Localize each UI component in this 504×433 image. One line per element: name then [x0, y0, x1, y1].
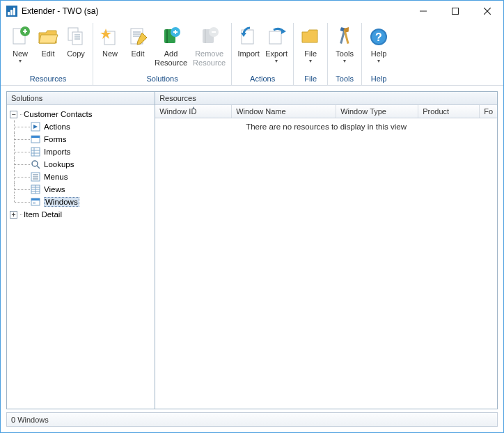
svg-rect-2: [10, 10, 13, 15]
solutions-add-resource-button[interactable]: Add Resource: [152, 24, 190, 68]
ribbon-group-label: Tools: [331, 74, 359, 85]
column-window-type[interactable]: Window Type: [336, 105, 418, 118]
maximize-button[interactable]: [439, 1, 471, 22]
tree-label: Lookups: [44, 160, 74, 168]
tree-label: Forms: [44, 135, 67, 143]
resources-copy-button[interactable]: Copy: [62, 24, 90, 60]
splitter: Solutions − Customer Contacts Actions: [6, 91, 498, 409]
import-button[interactable]: Import: [235, 24, 262, 60]
close-button[interactable]: [471, 1, 503, 22]
svg-rect-68: [31, 198, 40, 200]
tree-label: Imports: [44, 148, 70, 156]
app-window: Extender - TWO (sa) New ▾: [0, 0, 504, 433]
tree-node-menus[interactable]: Menus: [8, 171, 153, 183]
new-star-icon: [99, 26, 121, 48]
resources-new-button[interactable]: New ▾: [6, 24, 34, 65]
tree-label: Menus: [44, 173, 68, 181]
copy-icon: [65, 26, 87, 48]
grid-body: There are no resources to display in thi…: [155, 118, 497, 409]
tree-label: Item Detail: [24, 210, 62, 219]
add-resource-icon: [160, 26, 182, 48]
titlebar: Extender - TWO (sa): [1, 1, 503, 22]
svg-line-57: [37, 166, 40, 168]
svg-rect-33: [205, 29, 206, 43]
solutions-remove-resource-button[interactable]: Remove Resource: [190, 24, 228, 68]
tree-node-imports[interactable]: Imports: [8, 145, 153, 158]
body: Solutions − Customer Contacts Actions: [1, 86, 503, 432]
edit-pencil-icon: [127, 26, 149, 48]
status-text: 0 Windows: [11, 416, 49, 424]
tree-node-actions[interactable]: Actions: [8, 120, 153, 133]
tree-node-forms[interactable]: Forms: [8, 133, 153, 145]
new-document-icon: [9, 26, 31, 48]
ribbon: New ▾ Edit Copy Resources: [1, 22, 503, 86]
svg-rect-12: [24, 29, 26, 33]
svg-marker-14: [39, 35, 58, 43]
svg-marker-40: [302, 30, 317, 42]
ribbon-group-tools: Tools ▾ Tools: [328, 23, 362, 85]
solutions-header: Solutions: [7, 92, 155, 105]
ribbon-group-label: Actions: [235, 74, 290, 85]
tools-icon: [333, 26, 356, 48]
file-menu-button[interactable]: File ▾: [297, 24, 324, 65]
tree-label: Customer Contacts: [24, 110, 92, 118]
grid-header: ▴ Window ID Window Name Window Type Prod…: [155, 105, 497, 118]
tree-label: Views: [44, 185, 65, 194]
svg-rect-28: [166, 29, 168, 43]
ribbon-group-label: Help: [365, 74, 393, 85]
tools-menu-button[interactable]: Tools ▾: [331, 24, 359, 65]
svg-rect-5: [452, 8, 459, 15]
sort-asc-icon: ▴: [192, 104, 195, 111]
collapse-icon[interactable]: −: [10, 111, 17, 118]
minimize-button[interactable]: [407, 1, 439, 22]
solutions-new-button[interactable]: New: [96, 24, 124, 60]
svg-rect-1: [8, 12, 10, 15]
dropdown-arrow-icon: ▾: [309, 59, 312, 63]
tree-node-windows[interactable]: Windows: [8, 196, 153, 208]
svg-rect-51: [31, 136, 40, 138]
tree-node-customer-contacts[interactable]: − Customer Contacts: [8, 108, 153, 120]
tree-node-item-detail[interactable]: + Item Detail: [8, 208, 153, 221]
dropdown-arrow-icon: ▾: [343, 59, 346, 63]
svg-rect-3: [13, 8, 15, 15]
solutions-edit-button[interactable]: Edit: [124, 24, 152, 60]
help-menu-button[interactable]: ? Help ▾: [365, 24, 393, 65]
actions-icon: [30, 121, 41, 132]
lookups-icon: [30, 159, 41, 170]
ribbon-group-resources: New ▾ Edit Copy Resources: [3, 23, 93, 85]
svg-rect-16: [72, 32, 82, 45]
window-title: Extender - TWO (sa): [22, 6, 98, 16]
tree-node-lookups[interactable]: Lookups: [8, 158, 153, 171]
resources-pane: Resources ▴ Window ID Window Name Window…: [155, 92, 497, 409]
svg-text:?: ?: [375, 31, 382, 43]
export-button[interactable]: Export ▾: [262, 24, 290, 65]
column-form[interactable]: Fo: [480, 105, 497, 118]
dropdown-arrow-icon: ▾: [377, 59, 380, 63]
expand-icon[interactable]: +: [10, 211, 17, 219]
tree-node-views[interactable]: Views: [8, 183, 153, 196]
solutions-tree[interactable]: − Customer Contacts Actions Forms: [7, 105, 155, 409]
resources-edit-button[interactable]: Edit: [34, 24, 62, 60]
status-bar: 0 Windows: [6, 412, 498, 427]
column-product[interactable]: Product: [418, 105, 480, 118]
column-window-id[interactable]: ▴ Window ID: [155, 105, 232, 118]
svg-rect-38: [269, 31, 281, 44]
ribbon-group-file: File ▾ File: [294, 23, 328, 85]
menus-icon: [30, 171, 41, 182]
views-icon: [30, 184, 41, 195]
windows-icon: [30, 196, 41, 207]
ribbon-group-solutions: New Edit Add Resource: [93, 23, 232, 85]
forms-icon: [30, 134, 41, 145]
export-icon: [265, 26, 288, 48]
empty-message: There are no resources to display in thi…: [246, 123, 407, 131]
ribbon-group-actions: Import Export ▾ Actions: [232, 23, 294, 85]
import-icon: [237, 26, 260, 48]
tree-label: Windows: [44, 197, 79, 207]
svg-rect-69: [33, 202, 36, 204]
window-controls: [407, 1, 503, 22]
svg-point-56: [32, 161, 38, 166]
tree-label: Actions: [44, 123, 70, 131]
dropdown-arrow-icon: ▾: [275, 59, 278, 63]
column-window-name[interactable]: Window Name: [232, 105, 336, 118]
svg-rect-52: [31, 148, 40, 156]
